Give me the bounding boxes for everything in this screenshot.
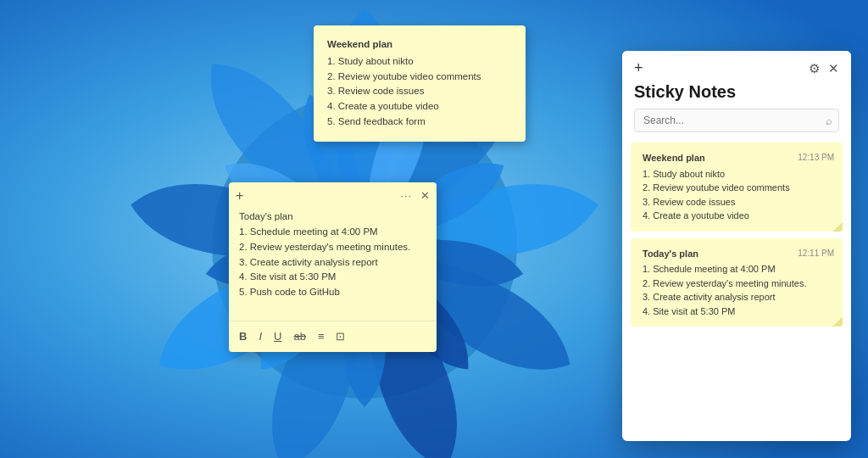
edit-note-item: 3. Create activity analysis report (239, 255, 426, 271)
note-corner-1 (832, 221, 843, 232)
edit-note-items: 1. Schedule meeting at 4:00 PM 2. Review… (239, 225, 426, 300)
list-button[interactable]: ≡ (318, 328, 325, 345)
panel-add-button[interactable]: + (634, 59, 643, 77)
sticky-note-item: 1. Study about nikto (327, 54, 512, 70)
panel-note-text-1: 1. Study about nikto 2. Review youtube v… (643, 167, 831, 223)
edit-note-item: 2. Review yesterday's meeting minutes. (239, 240, 426, 255)
edit-note-item: 1. Schedule meeting at 4:00 PM (239, 225, 426, 240)
edit-note-item: 5. Push code to GitHub (239, 285, 426, 300)
edit-header-right: ··· ✕ (400, 187, 430, 204)
sticky-note-weekend-title: Weekend plan (327, 37, 512, 53)
note-timestamp-2: 12:11 PM (798, 247, 834, 260)
underline-button[interactable]: U (274, 328, 281, 345)
search-input[interactable] (634, 109, 839, 132)
sticky-note-item: 3. Review code issues (327, 84, 512, 99)
panel-notes-list: 12:13 PM Weekend plan 1. Study about nik… (622, 139, 851, 441)
sticky-note-weekend-items: 1. Study about nikto 2. Review youtube v… (327, 54, 512, 130)
bold-button[interactable]: B (239, 328, 247, 345)
panel-header: + ⚙ ✕ (622, 51, 851, 82)
edit-body: Today's plan 1. Schedule meeting at 4:00… (229, 208, 437, 321)
image-button[interactable]: ⊡ (336, 328, 345, 345)
edit-note-item: 4. Site visit at 5:30 PM (239, 270, 426, 285)
panel-search[interactable]: ⌕ (634, 109, 839, 132)
panel-note-item-2[interactable]: 12:11 PM Today's plan 1. Schedule meetin… (631, 238, 843, 327)
panel-controls: ⚙ ✕ (809, 61, 839, 76)
settings-icon[interactable]: ⚙ (809, 61, 820, 76)
edit-toolbar: B I U ab ≡ ⊡ (229, 321, 437, 352)
more-options-button[interactable]: ··· (400, 187, 412, 204)
strikethrough-button[interactable]: ab (293, 328, 305, 345)
panel-title: Sticky Notes (622, 82, 851, 109)
panel-note-item-1[interactable]: 12:13 PM Weekend plan 1. Study about nik… (631, 142, 843, 232)
sticky-notes-panel: + ⚙ ✕ Sticky Notes ⌕ 12:13 PM Weekend pl… (622, 51, 851, 441)
add-note-button[interactable]: + (236, 189, 243, 203)
sticky-note-item: 4. Create a youtube video (327, 99, 512, 114)
sticky-note-edit: + ··· ✕ Today's plan 1. Schedule meeting… (229, 182, 437, 352)
note-timestamp-1: 12:13 PM (798, 151, 834, 164)
sticky-note-item: 5. Send feedback form (327, 114, 512, 130)
search-icon: ⌕ (826, 114, 832, 127)
edit-header-left: + (236, 189, 243, 203)
edit-note-title: Today's plan (239, 209, 426, 225)
edit-header: + ··· ✕ (229, 182, 437, 208)
close-note-button[interactable]: ✕ (420, 187, 430, 204)
italic-button[interactable]: I (259, 328, 262, 345)
panel-note-text-2: 1. Schedule meeting at 4:00 PM 2. Review… (643, 262, 831, 318)
note-corner-2 (832, 316, 843, 327)
panel-close-button[interactable]: ✕ (828, 61, 839, 76)
sticky-note-weekend: Weekend plan 1. Study about nikto 2. Rev… (314, 25, 526, 142)
sticky-note-item: 2. Review youtube video comments (327, 70, 512, 85)
